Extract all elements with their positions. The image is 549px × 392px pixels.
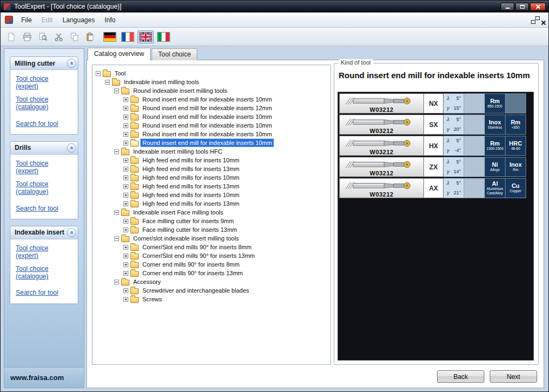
- tab-catalog-overview[interactable]: Catalog overview: [88, 48, 151, 60]
- tree-expander-plus[interactable]: +: [123, 97, 128, 102]
- tree-expander-plus[interactable]: +: [123, 219, 128, 224]
- tree-item[interactable]: +High feed end mills for inserts 10mm: [95, 156, 328, 165]
- tree-item[interactable]: +Round insert end mill for indexable ins…: [95, 130, 328, 138]
- tree-item-label[interactable]: Corner end mills 90° for inserts 8mm: [141, 261, 241, 268]
- tree-item[interactable]: +High feed end mills for inserts 13mm: [95, 165, 328, 173]
- tree-item[interactable]: +Round insert end mill for indexable ins…: [95, 104, 328, 112]
- tree-item[interactable]: −Indexable insert milling tools HFC: [95, 147, 328, 156]
- tree-item[interactable]: +High feed end mills for inserts 10mm: [95, 173, 328, 182]
- tree-item-label[interactable]: Round insert end mill for indexable inse…: [141, 104, 273, 112]
- tree-item[interactable]: +Face milling cutter for inserts 9mm: [95, 217, 328, 225]
- paste-button[interactable]: [83, 29, 97, 44]
- tree-expander-plus[interactable]: +: [123, 132, 128, 137]
- tree-expander-plus[interactable]: +: [123, 262, 128, 267]
- tree-expander-plus[interactable]: +: [123, 106, 128, 111]
- tree-expander-plus[interactable]: +: [123, 288, 128, 293]
- tree-expander-plus[interactable]: +: [123, 245, 128, 250]
- tree-item-label[interactable]: Face milling cutter for inserts 13mm: [141, 226, 239, 233]
- tree-item[interactable]: +Round insert end mill for indexable ins…: [95, 121, 328, 130]
- drills-tool-choice-expert-link[interactable]: Tool choice (expert): [16, 160, 66, 175]
- tree-expander-plus[interactable]: +: [123, 141, 128, 146]
- indexable-insert-tool-choice-expert-link[interactable]: Tool choice (expert): [16, 244, 66, 260]
- print-preview-button[interactable]: [35, 29, 50, 44]
- tree-item-label[interactable]: Screwdriver and interchangeable blades: [141, 287, 251, 294]
- tree-expander-plus[interactable]: +: [123, 297, 128, 302]
- tree-item-label[interactable]: Corner/Slot end mills 90° for inserts 13…: [141, 252, 257, 260]
- tree-item-label[interactable]: Accessory: [132, 278, 163, 286]
- tree-item-label[interactable]: Round insert end mill for indexable inse…: [141, 122, 273, 129]
- milling-cutter-tool-choice-expert-link[interactable]: Tool choice (expert): [16, 75, 66, 91]
- tree-item[interactable]: −Corner/slot indexable insert milling to…: [95, 234, 328, 243]
- menu-edit[interactable]: Edit: [36, 14, 58, 26]
- tree-item[interactable]: −Accessory: [95, 277, 328, 286]
- tree-expander-plus[interactable]: +: [123, 271, 128, 276]
- milling-cutter-tool-choice-catalogue-link[interactable]: Tool choice (catalogue): [16, 96, 66, 111]
- tree-item-label[interactable]: High feed end mills for inserts 10mm: [141, 156, 241, 164]
- tree-item[interactable]: −Tool: [95, 69, 328, 78]
- tree-expander-plus[interactable]: +: [123, 201, 128, 206]
- tree-item[interactable]: +Screws: [95, 295, 328, 304]
- tree-item-label[interactable]: Round insert end mill for indexable inse…: [141, 96, 273, 103]
- tree-item-label[interactable]: Indexable insert Face milling tools: [132, 208, 225, 216]
- tree-expander-plus[interactable]: +: [123, 115, 128, 119]
- tree-item-label[interactable]: Round indexable insert milling tools: [132, 87, 229, 94]
- collapse-button[interactable]: »: [67, 143, 76, 153]
- tool-variant-row-zx[interactable]: W03212ZXλ5°γ14°NiAlloysInoxRm: [339, 157, 532, 177]
- drills-search-for-tool-link[interactable]: Search for tool: [16, 205, 66, 212]
- back-button[interactable]: Back: [437, 370, 484, 383]
- menu-languages[interactable]: Languages: [58, 14, 99, 26]
- website-link[interactable]: www.fraisa.com: [4, 367, 84, 388]
- tree-item[interactable]: +Round insert end mill for indexable ins…: [95, 112, 328, 121]
- tree-item-label[interactable]: High feed end mills for inserts 10mm: [141, 191, 241, 199]
- tree-expander-plus[interactable]: +: [123, 227, 128, 232]
- maximize-button[interactable]: [515, 3, 529, 11]
- tree-item[interactable]: +High feed end mills for inserts 13mm: [95, 199, 328, 208]
- tree-item[interactable]: +Round insert end mill for indexable ins…: [95, 95, 328, 104]
- tree-item[interactable]: −Round indexable insert milling tools: [95, 86, 328, 95]
- menu-file[interactable]: File: [16, 14, 36, 26]
- tree-expander-plus[interactable]: +: [123, 123, 128, 128]
- tree-item-label[interactable]: Round insert end mill for indexable inse…: [141, 130, 273, 138]
- tree-item-label[interactable]: Indexable insert milling tools: [122, 78, 201, 86]
- next-button[interactable]: Next: [490, 370, 537, 383]
- collapse-button[interactable]: »: [67, 59, 76, 68]
- minimize-button[interactable]: [501, 3, 514, 11]
- menu-info[interactable]: Info: [99, 14, 120, 26]
- tree-expander-plus[interactable]: +: [123, 193, 128, 198]
- german-language-button[interactable]: [102, 30, 118, 43]
- tree-item-label[interactable]: Corner/slot indexable insert milling too…: [132, 235, 240, 242]
- close-button[interactable]: [530, 3, 546, 11]
- tree-item[interactable]: +Corner end mills 90° for inserts 8mm: [95, 260, 328, 269]
- tree-item-label[interactable]: Screws: [141, 295, 164, 303]
- tree-expander-minus[interactable]: −: [114, 88, 119, 93]
- tree-item[interactable]: +High feed end mills for inserts 10mm: [95, 191, 328, 199]
- copy-button[interactable]: [67, 29, 82, 44]
- tree-item[interactable]: +Corner/Slot end mills 90° for inserts 1…: [95, 251, 328, 260]
- tree-expander-plus[interactable]: +: [123, 167, 128, 172]
- tree-expander-plus[interactable]: +: [123, 158, 128, 163]
- drills-tool-choice-catalogue-link[interactable]: Tool choice (catalogue): [16, 180, 66, 196]
- tree-item-label[interactable]: High feed end mills for inserts 10mm: [141, 174, 241, 181]
- tree-item[interactable]: +High feed end mills for inserts 13mm: [95, 182, 328, 191]
- tree-item[interactable]: +Corner/Slot end mills 90° for inserts 8…: [95, 243, 328, 251]
- tree-item[interactable]: −Indexable insert milling tools: [95, 78, 328, 86]
- tree-expander-minus[interactable]: −: [114, 280, 119, 284]
- tree-expander-minus[interactable]: −: [105, 80, 110, 85]
- tree-item-label[interactable]: High feed end mills for inserts 13mm: [141, 165, 241, 173]
- tree-item-label[interactable]: High feed end mills for inserts 13mm: [141, 200, 241, 207]
- collapse-button[interactable]: »: [67, 228, 76, 237]
- tool-variant-row-nx[interactable]: W03212NXλ5°γ15°Rm850-1500: [339, 93, 532, 113]
- tree-item-label[interactable]: Corner/Slot end mills 90° for inserts 8m…: [141, 243, 253, 251]
- tree-expander-minus[interactable]: −: [96, 71, 101, 76]
- tree-item[interactable]: +Corner end mills 90° for inserts 13mm: [95, 269, 328, 277]
- french-language-button[interactable]: [120, 30, 136, 43]
- tree-expander-plus[interactable]: +: [123, 254, 128, 258]
- tool-variant-row-ax[interactable]: W03212AXλ5°γ21°AlAluminiumCast/AlloyCuCo…: [339, 178, 532, 198]
- titlebar[interactable]: ToolExpert - [Tool choice (catalogue)]: [1, 1, 548, 12]
- tree-expander-minus[interactable]: −: [114, 236, 119, 241]
- tree-item-label[interactable]: Tool: [113, 69, 127, 77]
- indexable-insert-tool-choice-catalogue-link[interactable]: Tool choice (catalogue): [16, 265, 66, 281]
- milling-cutter-search-for-tool-link[interactable]: Search for tool: [16, 120, 66, 128]
- english-language-button[interactable]: [138, 30, 154, 43]
- new-document-button[interactable]: [4, 29, 18, 44]
